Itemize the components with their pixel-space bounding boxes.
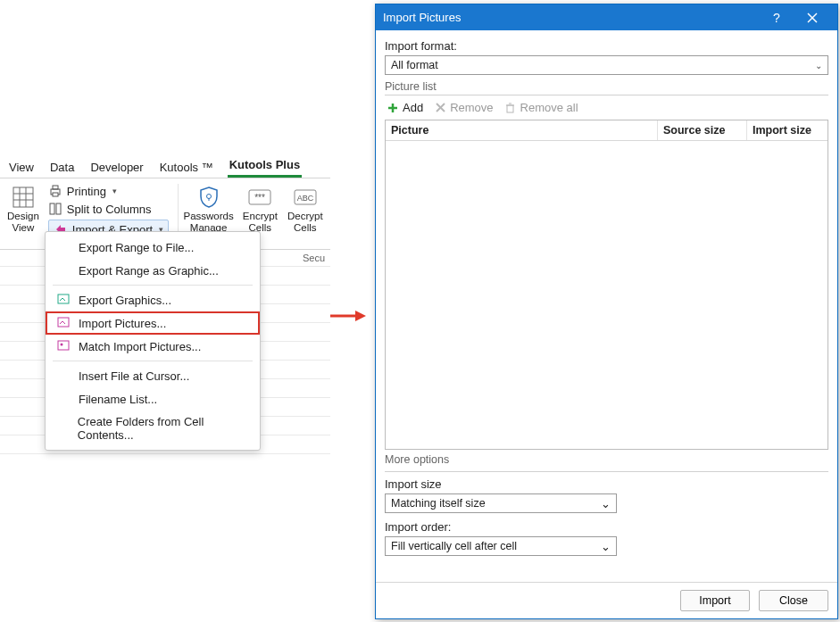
dd-filename-list[interactable]: Filename List...	[46, 387, 260, 411]
tab-data[interactable]: Data	[48, 157, 76, 178]
split-cols-label: Split to Columns	[67, 203, 152, 216]
import-order-label: Import order:	[385, 520, 828, 534]
picture-out-icon	[56, 293, 71, 307]
blank-icon	[56, 421, 70, 435]
dd-create-folders[interactable]: Create Folders from Cell Contents...	[46, 411, 260, 446]
col-source-size[interactable]: Source size	[658, 120, 747, 140]
remove-label: Remove	[450, 101, 493, 114]
close-icon	[807, 12, 818, 23]
chevron-down-icon: ⌄	[601, 540, 611, 553]
picture-listview[interactable]: Picture Source size Import size	[385, 120, 828, 450]
picture-list-label: Picture list	[385, 80, 828, 93]
dd-label: Insert File at Cursor...	[79, 369, 189, 383]
remove-button: Remove	[434, 101, 493, 114]
ribbon-group-label: Secu	[303, 253, 325, 263]
decrypt-cells-button[interactable]: ABC Decrypt Cells	[287, 184, 323, 244]
help-button[interactable]: ?	[759, 4, 794, 30]
x-icon	[434, 102, 446, 114]
blank-icon	[56, 369, 71, 383]
ribbon-tabs: View Data Developer Kutools ™ Kutools Pl…	[0, 156, 330, 178]
design-view-label: Design View	[7, 211, 39, 234]
dd-label: Export Graphics...	[79, 294, 171, 307]
printer-icon	[48, 184, 62, 198]
svg-point-10	[206, 195, 211, 199]
dd-label: Import Pictures...	[79, 317, 166, 330]
svg-rect-8	[50, 203, 54, 214]
close-x-button[interactable]	[794, 4, 830, 30]
remove-all-label: Remove all	[520, 101, 578, 114]
svg-rect-28	[507, 105, 513, 112]
svg-text:ABC: ABC	[297, 194, 314, 203]
chevron-down-icon: ▾	[112, 187, 117, 195]
import-pictures-dialog: Import Pictures ? Import format: All for…	[375, 4, 838, 619]
svg-rect-9	[56, 203, 61, 214]
shield-icon	[197, 186, 220, 209]
dd-label: Filename List...	[79, 393, 157, 406]
col-picture[interactable]: Picture	[386, 120, 658, 140]
svg-point-19	[61, 344, 63, 346]
abc-icon: ABC	[294, 186, 317, 209]
dd-match-import-pictures[interactable]: Match Import Pictures...	[46, 335, 260, 358]
trash-icon	[504, 102, 517, 114]
arrow-indicator	[330, 309, 366, 321]
remove-all-button: Remove all	[504, 101, 578, 114]
svg-rect-18	[58, 341, 69, 350]
chevron-down-icon: ⌄	[601, 497, 611, 510]
add-label: Add	[403, 101, 423, 114]
plus-icon	[387, 102, 399, 114]
printing-button[interactable]: Printing ▾	[48, 184, 169, 198]
svg-marker-21	[355, 311, 366, 321]
dd-import-pictures[interactable]: Import Pictures...	[46, 311, 260, 335]
dd-label: Match Import Pictures...	[79, 340, 201, 353]
dialog-title: Import Pictures	[383, 11, 759, 24]
picture-in-icon	[56, 316, 71, 330]
dd-insert-file-cursor[interactable]: Insert File at Cursor...	[46, 364, 260, 387]
import-size-dropdown[interactable]: Matching itself size ⌄	[385, 493, 617, 513]
dialog-titlebar[interactable]: Import Pictures ?	[376, 4, 837, 30]
design-view-button[interactable]: Design View	[7, 184, 39, 244]
import-export-dropdown: Export Range to File... Export Range as …	[45, 231, 261, 451]
picture-list-group: Add Remove Remove all Picture	[385, 95, 828, 450]
picture-list-toolbar: Add Remove Remove all	[385, 99, 828, 120]
grid-icon	[12, 186, 35, 209]
import-button[interactable]: Import	[680, 590, 750, 611]
svg-text:***: ***	[255, 193, 266, 203]
dd-export-range-file[interactable]: Export Range to File...	[46, 236, 260, 259]
asterisks-icon: ***	[248, 186, 271, 209]
ribbon: View Data Developer Kutools ™ Kutools Pl…	[0, 156, 330, 250]
dialog-body: Import format: All format ⌄ Picture list…	[376, 30, 837, 582]
import-format-value: All format	[391, 59, 438, 71]
svg-rect-6	[53, 186, 58, 189]
import-format-dropdown[interactable]: All format ⌄	[385, 55, 828, 75]
menu-separator	[53, 361, 253, 361]
col-import-size[interactable]: Import size	[747, 120, 828, 140]
menu-separator	[53, 285, 253, 286]
more-options-label: More options	[385, 453, 828, 466]
import-order-dropdown[interactable]: Fill vertically cell after cell ⌄	[385, 536, 617, 556]
dialog-footer: Import Close	[376, 582, 837, 618]
dd-label: Export Range as Graphic...	[79, 264, 219, 278]
dd-export-range-graphic[interactable]: Export Range as Graphic...	[46, 259, 260, 282]
import-format-label: Import format:	[385, 39, 828, 53]
svg-rect-0	[13, 187, 33, 207]
listview-body[interactable]	[386, 141, 828, 449]
tab-kutools-plus[interactable]: Kutools Plus	[228, 154, 302, 178]
tab-view[interactable]: View	[7, 157, 36, 178]
dd-export-graphics[interactable]: Export Graphics...	[46, 288, 260, 311]
blank-icon	[56, 240, 71, 254]
more-options-group: Import size Matching itself size ⌄ Impor…	[385, 471, 828, 556]
import-size-value: Matching itself size	[391, 497, 486, 510]
close-button[interactable]: Close	[759, 590, 828, 611]
split-to-columns-button[interactable]: Split to Columns	[48, 202, 169, 216]
add-button[interactable]: Add	[387, 101, 423, 114]
import-order-value: Fill vertically cell after cell	[391, 540, 517, 552]
blank-icon	[56, 392, 71, 406]
chevron-down-icon: ⌄	[815, 61, 822, 70]
split-columns-icon	[48, 202, 62, 216]
printing-label: Printing	[67, 185, 106, 198]
tab-kutools[interactable]: Kutools ™	[158, 157, 215, 178]
svg-rect-7	[53, 193, 58, 196]
import-size-label: Import size	[385, 477, 828, 491]
tab-developer[interactable]: Developer	[88, 157, 145, 178]
blank-icon	[56, 263, 71, 278]
